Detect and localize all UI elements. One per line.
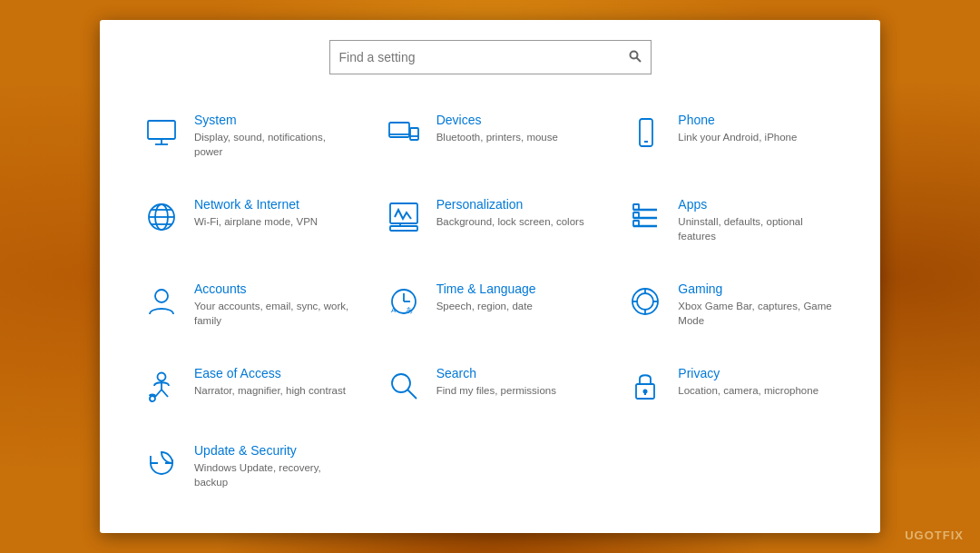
tiles-grid: System Display, sound, notifications, po… <box>127 100 853 515</box>
tile-personalization[interactable]: Personalization Background, lock screen,… <box>369 184 612 269</box>
search-icon <box>384 366 424 406</box>
tile-title-network: Network & Internet <box>194 197 318 212</box>
tile-title-devices: Devices <box>436 113 558 127</box>
tile-title-phone: Phone <box>678 113 797 127</box>
search-icon <box>629 50 642 65</box>
tile-privacy[interactable]: Privacy Location, camera, microphone <box>611 353 853 431</box>
tile-update[interactable]: Update & Security Windows Update, recove… <box>127 430 369 515</box>
tile-title-time: Time & Language <box>436 281 536 296</box>
svg-point-25 <box>155 290 168 302</box>
phone-icon <box>625 113 665 153</box>
svg-rect-24 <box>633 221 639 226</box>
privacy-icon <box>625 366 665 406</box>
tile-time[interactable]: Aあ Time & Language Speech, region, date <box>369 269 612 353</box>
tile-title-personalization: Personalization <box>436 197 584 212</box>
personalization-icon <box>384 197 424 237</box>
tile-desc-devices: Bluetooth, printers, mouse <box>436 130 558 144</box>
tile-desc-gaming: Xbox Game Bar, captures, Game Mode <box>678 299 835 328</box>
svg-line-1 <box>636 57 641 62</box>
network-icon <box>142 197 181 237</box>
svg-point-41 <box>150 396 155 401</box>
system-icon <box>142 113 181 153</box>
tile-accounts[interactable]: Accounts Your accounts, email, sync, wor… <box>127 269 369 353</box>
svg-rect-17 <box>390 226 417 231</box>
tile-title-gaming: Gaming <box>678 281 835 296</box>
tile-phone[interactable]: Phone Link your Android, iPhone <box>611 100 853 184</box>
tile-desc-system: Display, sound, notifications, power <box>194 130 351 159</box>
ease-icon <box>142 366 181 406</box>
svg-text:あ: あ <box>406 306 413 314</box>
tile-desc-update: Windows Update, recovery, backup <box>194 460 351 489</box>
tile-devices[interactable]: Devices Bluetooth, printers, mouse <box>369 100 612 184</box>
tile-desc-phone: Link your Android, iPhone <box>678 130 797 144</box>
tile-desc-time: Speech, region, date <box>436 299 536 313</box>
svg-rect-20 <box>633 204 639 210</box>
svg-rect-22 <box>633 212 639 218</box>
tile-gaming[interactable]: Gaming Xbox Game Bar, captures, Game Mod… <box>611 269 853 353</box>
tile-title-ease: Ease of Access <box>194 366 346 380</box>
tile-ease[interactable]: Ease of Access Narrator, magnifier, high… <box>127 353 369 431</box>
svg-rect-16 <box>390 203 417 223</box>
tile-title-update: Update & Security <box>194 443 351 458</box>
tile-apps[interactable]: Apps Uninstall, defaults, optional featu… <box>611 184 853 269</box>
svg-rect-6 <box>410 128 418 140</box>
search-input[interactable] <box>339 50 629 64</box>
svg-point-0 <box>630 51 637 58</box>
tile-desc-search: Find my files, permissions <box>436 383 556 398</box>
tile-desc-accounts: Your accounts, email, sync, work, family <box>194 299 351 328</box>
tile-title-privacy: Privacy <box>678 366 818 380</box>
svg-line-39 <box>155 390 162 397</box>
tile-title-apps: Apps <box>678 197 835 212</box>
tile-title-search: Search <box>436 366 556 380</box>
svg-line-43 <box>407 390 416 399</box>
tile-search[interactable]: Search Find my files, permissions <box>369 353 612 431</box>
time-icon: Aあ <box>384 281 424 321</box>
tile-title-accounts: Accounts <box>194 281 351 296</box>
tile-desc-privacy: Location, camera, microphone <box>678 383 818 398</box>
tile-desc-network: Wi-Fi, airplane mode, VPN <box>194 214 318 229</box>
watermark-text: UGOTFIX <box>905 528 964 542</box>
svg-text:A: A <box>391 306 397 314</box>
devices-icon <box>384 113 424 153</box>
tile-network[interactable]: Network & Internet Wi-Fi, airplane mode,… <box>127 184 369 269</box>
apps-icon <box>625 197 665 237</box>
update-icon <box>142 443 181 483</box>
accounts-icon <box>142 281 181 321</box>
tile-desc-apps: Uninstall, defaults, optional features <box>678 214 835 243</box>
svg-line-40 <box>162 390 168 397</box>
tile-desc-ease: Narrator, magnifier, high contrast <box>194 383 346 398</box>
settings-panel: System Display, sound, notifications, po… <box>100 20 880 533</box>
tile-system[interactable]: System Display, sound, notifications, po… <box>127 100 369 184</box>
gaming-icon <box>625 281 665 321</box>
tile-desc-personalization: Background, lock screen, colors <box>436 214 584 229</box>
search-bar[interactable] <box>329 40 652 74</box>
svg-point-37 <box>158 372 166 380</box>
svg-rect-2 <box>148 121 175 139</box>
tile-title-system: System <box>194 113 351 127</box>
svg-point-32 <box>637 293 653 310</box>
